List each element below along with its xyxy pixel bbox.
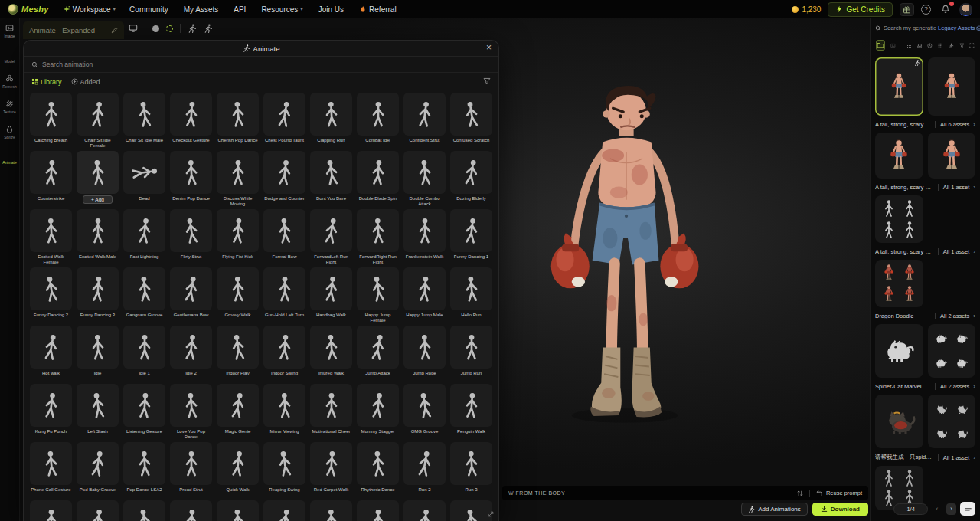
- chevron-right-icon[interactable]: ›: [973, 248, 975, 255]
- animation-card[interactable]: Gun-Hold Left Turn: [263, 267, 305, 323]
- animation-card[interactable]: Gentlemans Bow: [170, 267, 212, 323]
- history-icon[interactable]: [927, 41, 933, 50]
- animation-card[interactable]: [30, 500, 72, 521]
- animation-card[interactable]: Flirty Strut: [170, 209, 212, 265]
- all-assets-link[interactable]: All 1 asset: [938, 248, 970, 255]
- animation-card[interactable]: OMG Groove: [403, 384, 446, 440]
- generation-search-input[interactable]: [884, 25, 936, 31]
- nav-item-api[interactable]: API: [234, 5, 246, 14]
- close-icon[interactable]: ×: [486, 42, 492, 53]
- animation-card[interactable]: [170, 500, 212, 521]
- animation-card[interactable]: Catching Breath: [30, 93, 72, 149]
- animation-card[interactable]: Funny Dancing 3: [77, 267, 119, 323]
- animation-card[interactable]: Confused Scratch: [450, 93, 492, 149]
- shading-solid-toggle[interactable]: [152, 25, 159, 32]
- chevron-right-icon[interactable]: ›: [973, 383, 975, 390]
- grid-dots-icon[interactable]: [906, 41, 912, 50]
- animation-search-input[interactable]: [42, 61, 272, 68]
- animation-card[interactable]: Clapping Run: [310, 93, 352, 149]
- prev-page-button[interactable]: ‹: [932, 503, 942, 515]
- animation-card[interactable]: Pod Baby Groove: [77, 442, 119, 498]
- animation-card[interactable]: Listening Gesture: [123, 384, 165, 440]
- chat-button[interactable]: [960, 502, 975, 516]
- animation-card[interactable]: Indoor Play: [217, 326, 259, 382]
- animation-card[interactable]: Chair Sit Idle Female: [77, 93, 119, 149]
- animation-card[interactable]: [450, 500, 492, 521]
- sidebar-item-stylize[interactable]: Stylize: [0, 120, 19, 145]
- notifications-button[interactable]: [938, 3, 952, 16]
- animation-card[interactable]: Pop Dance LSA2: [123, 442, 165, 498]
- animation-card[interactable]: + Add: [77, 151, 119, 207]
- asset-thumbnail[interactable]: [875, 324, 923, 378]
- animation-card[interactable]: Motivational Cheer: [310, 384, 352, 440]
- skeleton-pose-icon[interactable]: [188, 24, 197, 33]
- animation-card[interactable]: [77, 500, 119, 521]
- nav-item-join-us[interactable]: Join Us: [318, 5, 344, 14]
- animation-card[interactable]: Dead: [123, 151, 165, 207]
- animation-card[interactable]: Excited Walk Male: [77, 209, 119, 265]
- asset-thumbnail[interactable]: [875, 195, 923, 243]
- tray-icon[interactable]: [917, 41, 923, 50]
- all-assets-link[interactable]: All 1 asset: [938, 184, 970, 191]
- animation-card[interactable]: Happy Jump Female: [357, 267, 399, 323]
- all-assets-link[interactable]: All 6 assets: [935, 121, 969, 128]
- asset-thumbnail[interactable]: [928, 395, 976, 448]
- shading-wireframe-toggle[interactable]: [166, 25, 173, 32]
- animation-card[interactable]: Idle 2: [170, 326, 212, 382]
- nav-item-community[interactable]: Community: [129, 5, 168, 14]
- sidebar-item-model[interactable]: Model: [0, 44, 19, 69]
- animation-card[interactable]: Counterstrike: [30, 151, 72, 207]
- animation-card[interactable]: Hello Run: [450, 267, 492, 323]
- animation-card[interactable]: [403, 500, 446, 521]
- sidebar-item-texture[interactable]: Texture: [0, 94, 19, 120]
- monitor-icon[interactable]: [129, 24, 138, 33]
- animation-card[interactable]: Proud Strut: [170, 442, 212, 498]
- animation-card[interactable]: Formal Bow: [263, 209, 305, 265]
- animation-card[interactable]: Injured Walk: [310, 326, 352, 382]
- animation-card[interactable]: Fast Lightning: [123, 209, 165, 265]
- chevron-right-icon[interactable]: ›: [973, 313, 975, 319]
- animation-card[interactable]: [263, 500, 305, 521]
- animation-card[interactable]: Groovy Walk: [217, 267, 259, 323]
- next-page-button[interactable]: ›: [946, 503, 957, 515]
- animation-card[interactable]: Denim Pop Dance: [170, 151, 212, 207]
- credits-balance[interactable]: 1,230: [792, 5, 821, 14]
- animation-card[interactable]: Chest Pound Taunt: [263, 93, 305, 149]
- add-animation-button[interactable]: + Add: [83, 195, 113, 204]
- all-assets-link[interactable]: All 2 assets: [935, 313, 969, 319]
- animation-card[interactable]: Dozing Elderly: [450, 151, 492, 207]
- animation-card[interactable]: Funny Dancing 1: [450, 209, 492, 265]
- animation-card[interactable]: Idle 1: [123, 326, 165, 382]
- chevron-right-icon[interactable]: ›: [973, 184, 975, 191]
- animation-card[interactable]: Mirror Viewing: [263, 384, 305, 440]
- asset-thumbnail[interactable]: [928, 133, 976, 179]
- nav-item-my-assets[interactable]: My Assets: [184, 5, 219, 14]
- asset-thumbnail[interactable]: [928, 57, 976, 116]
- animation-card[interactable]: Love You Pop Dance: [170, 384, 212, 440]
- animation-preview-icon[interactable]: [204, 24, 213, 33]
- image-view-icon[interactable]: [890, 41, 896, 50]
- animation-card[interactable]: Confident Strut: [403, 93, 446, 149]
- animation-card[interactable]: Magic Genie: [217, 384, 259, 440]
- sidebar-item-remesh[interactable]: Remesh: [0, 69, 19, 94]
- character-model[interactable]: [545, 77, 707, 434]
- animation-card[interactable]: Jump Rope: [403, 326, 446, 382]
- animation-card[interactable]: Jump Run: [450, 326, 492, 382]
- animation-card[interactable]: Flying Fist Kick: [217, 209, 259, 265]
- tab-library[interactable]: Library: [31, 78, 62, 86]
- animation-card[interactable]: Penguin Walk: [450, 384, 492, 440]
- animation-card[interactable]: Frankenstein Walk: [403, 209, 446, 265]
- resize-handle-icon[interactable]: [487, 510, 495, 518]
- edit-pencil-icon[interactable]: [111, 27, 118, 34]
- folder-view-button[interactable]: [876, 40, 885, 51]
- animation-card[interactable]: [310, 500, 352, 521]
- animation-card[interactable]: Double Combo Attack: [403, 151, 446, 207]
- animation-card[interactable]: [123, 500, 165, 521]
- reuse-prompt-button[interactable]: Reuse prompt: [815, 490, 862, 497]
- animation-card[interactable]: Kung Fu Punch: [30, 384, 72, 440]
- animation-card[interactable]: Combat Idel: [357, 93, 399, 149]
- animation-card[interactable]: ForwardRight Run Fight: [357, 209, 399, 265]
- animation-card[interactable]: Mummy Stagger: [357, 384, 399, 440]
- asset-thumbnail[interactable]: [875, 395, 923, 448]
- animation-card[interactable]: Dont You Dare: [310, 151, 352, 207]
